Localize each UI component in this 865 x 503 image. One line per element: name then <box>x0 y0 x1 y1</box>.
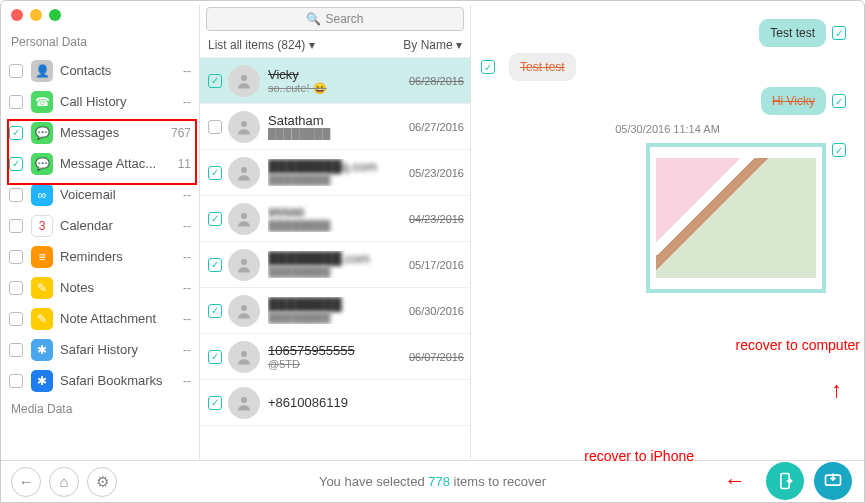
category-label: Message Attac... <box>60 156 174 171</box>
thread-list[interactable]: Vickyso..cute! 😄06/28/2016Satatham██████… <box>200 58 470 459</box>
thread-preview: ████████ <box>268 174 405 186</box>
thread-checkbox[interactable] <box>208 212 222 226</box>
sidebar-item-safari-bookmarks[interactable]: ✱Safari Bookmarks-- <box>1 365 199 396</box>
footer-bar: ← ⌂ ⚙ You have selected 778 items to rec… <box>1 460 864 502</box>
checkbox[interactable] <box>9 126 23 140</box>
maximize-icon[interactable] <box>49 9 61 21</box>
filter-dropdown[interactable]: List all items (824) ▾ <box>208 38 315 52</box>
thread-row[interactable]: 95580████████04/23/2016 <box>200 196 470 242</box>
svg-point-1 <box>241 121 247 127</box>
message-attachment-photo[interactable] <box>646 143 826 293</box>
category-icon: ✎ <box>31 277 53 299</box>
thread-preview: @5TD <box>268 358 405 370</box>
category-icon: 💬 <box>31 122 53 144</box>
category-icon: ✱ <box>31 339 53 361</box>
avatar <box>228 111 260 143</box>
thread-checkbox[interactable] <box>208 166 222 180</box>
thread-name: Satatham <box>268 113 405 128</box>
thread-checkbox[interactable] <box>208 74 222 88</box>
thread-date: 06/07/2016 <box>409 351 464 363</box>
thread-checkbox[interactable] <box>208 120 222 134</box>
category-label: Calendar <box>60 218 179 233</box>
recover-to-iphone-button[interactable] <box>766 462 804 500</box>
category-icon: ☎ <box>31 91 53 113</box>
callout-recover-computer: recover to computer <box>736 337 861 353</box>
category-count: -- <box>183 374 191 388</box>
avatar <box>228 341 260 373</box>
category-label: Reminders <box>60 249 179 264</box>
sidebar-item-contacts[interactable]: 👤Contacts-- <box>1 55 199 86</box>
avatar <box>228 157 260 189</box>
svg-point-3 <box>241 213 247 219</box>
sort-dropdown[interactable]: By Name ▾ <box>403 38 462 52</box>
category-count: -- <box>183 343 191 357</box>
message-checkbox[interactable] <box>832 143 846 157</box>
checkbox[interactable] <box>9 157 23 171</box>
checkbox[interactable] <box>9 219 23 233</box>
sidebar-item-safari-history[interactable]: ✱Safari History-- <box>1 334 199 365</box>
checkbox[interactable] <box>9 374 23 388</box>
sidebar-item-messages[interactable]: 💬Messages767 <box>1 117 199 148</box>
thread-row[interactable]: ████████q.com████████05/23/2016 <box>200 150 470 196</box>
message-preview-pane: Test test Test test Hi Vicky 05/30/2016 … <box>471 5 864 459</box>
recover-to-computer-button[interactable] <box>814 462 852 500</box>
checkbox[interactable] <box>9 250 23 264</box>
thread-checkbox[interactable] <box>208 258 222 272</box>
thread-name: Vicky <box>268 67 405 82</box>
phone-icon <box>775 471 795 491</box>
thread-checkbox[interactable] <box>208 304 222 318</box>
category-icon: 💬 <box>31 153 53 175</box>
arrow-up-icon: ↑ <box>831 377 842 403</box>
sidebar-item-reminders[interactable]: ≡Reminders-- <box>1 241 199 272</box>
home-button[interactable]: ⌂ <box>49 467 79 497</box>
thread-preview: so..cute! 😄 <box>268 82 405 95</box>
sidebar-item-call-history[interactable]: ☎Call History-- <box>1 86 199 117</box>
checkbox[interactable] <box>9 64 23 78</box>
svg-point-0 <box>241 75 247 81</box>
checkbox[interactable] <box>9 188 23 202</box>
checkbox[interactable] <box>9 343 23 357</box>
category-count: -- <box>183 188 191 202</box>
svg-point-7 <box>241 397 247 403</box>
message-checkbox[interactable] <box>832 94 846 108</box>
category-count: 767 <box>171 126 191 140</box>
category-label: Note Attachment <box>60 311 179 326</box>
timestamp: 05/30/2016 11:14 AM <box>481 123 854 135</box>
thread-row[interactable]: Vickyso..cute! 😄06/28/2016 <box>200 58 470 104</box>
avatar <box>228 249 260 281</box>
thread-checkbox[interactable] <box>208 350 222 364</box>
checkbox[interactable] <box>9 95 23 109</box>
thread-preview: ████████ <box>268 220 405 232</box>
back-button[interactable]: ← <box>11 467 41 497</box>
category-count: -- <box>183 219 191 233</box>
sidebar-item-calendar[interactable]: 3Calendar-- <box>1 210 199 241</box>
sidebar-item-note-attachment[interactable]: ✎Note Attachment-- <box>1 303 199 334</box>
sidebar-item-message-attac-[interactable]: 💬Message Attac...11 <box>1 148 199 179</box>
category-icon: 👤 <box>31 60 53 82</box>
thread-date: 06/28/2016 <box>409 75 464 87</box>
thread-preview: ████████ <box>268 128 405 140</box>
category-icon: ✎ <box>31 308 53 330</box>
category-label: Notes <box>60 280 179 295</box>
message-bubble-out: Test test <box>759 19 826 47</box>
close-icon[interactable] <box>11 9 23 21</box>
settings-button[interactable]: ⚙ <box>87 467 117 497</box>
sidebar-item-notes[interactable]: ✎Notes-- <box>1 272 199 303</box>
thread-row[interactable]: ████████████████06/30/2016 <box>200 288 470 334</box>
search-input[interactable]: 🔍 Search <box>206 7 464 31</box>
checkbox[interactable] <box>9 312 23 326</box>
message-bubble-out-deleted: Hi Vicky <box>761 87 826 115</box>
window-controls[interactable] <box>11 9 61 21</box>
thread-preview: ████████ <box>268 312 405 324</box>
sidebar-item-voicemail[interactable]: ∞Voicemail-- <box>1 179 199 210</box>
arrow-left-icon: ← <box>724 468 746 494</box>
checkbox[interactable] <box>9 281 23 295</box>
minimize-icon[interactable] <box>30 9 42 21</box>
thread-checkbox[interactable] <box>208 396 222 410</box>
message-checkbox[interactable] <box>481 60 495 74</box>
thread-row[interactable]: ████████.com████████05/17/2016 <box>200 242 470 288</box>
thread-row[interactable]: 106575955555@5TD06/07/2016 <box>200 334 470 380</box>
thread-row[interactable]: Satatham████████06/27/2016 <box>200 104 470 150</box>
message-checkbox[interactable] <box>832 26 846 40</box>
thread-row[interactable]: +8610086119 <box>200 380 470 426</box>
